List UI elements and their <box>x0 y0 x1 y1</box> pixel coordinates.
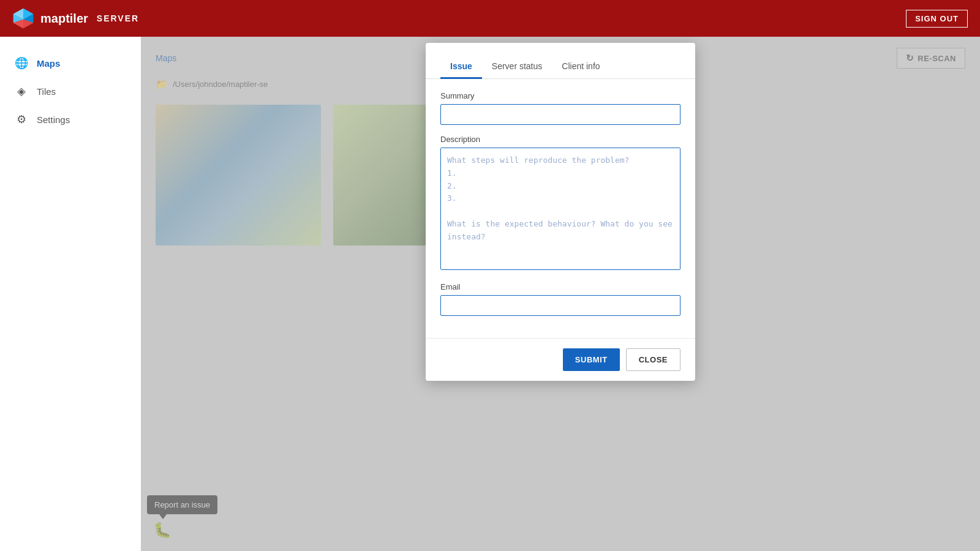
description-label: Description <box>440 135 680 144</box>
email-input[interactable] <box>440 295 680 316</box>
modal-body: Summary Description What steps will repr… <box>426 79 695 338</box>
modal-header: Issue Server status Client info <box>426 43 695 79</box>
sidebar-item-tiles[interactable]: ◈ Tiles <box>0 77 141 105</box>
description-group: Description What steps will reproduce th… <box>440 135 680 272</box>
tab-issue[interactable]: Issue <box>440 55 482 79</box>
globe-icon: 🌐 <box>15 56 28 70</box>
main-layout: 🌐 Maps ◈ Tiles ⚙ Settings Maps ↻ RE-SCAN… <box>0 37 980 551</box>
tab-client-info[interactable]: Client info <box>552 55 609 79</box>
close-button[interactable]: CLOSE <box>626 348 680 371</box>
modal-dialog: Issue Server status Client info Summary <box>426 43 695 381</box>
sidebar-item-maps[interactable]: 🌐 Maps <box>0 49 141 77</box>
sidebar: 🌐 Maps ◈ Tiles ⚙ Settings <box>0 37 141 551</box>
settings-icon: ⚙ <box>15 113 28 126</box>
sign-out-button[interactable]: SIGN OUT <box>906 10 968 28</box>
logo-server-text: SERVER <box>97 13 139 23</box>
modal-footer: SUBMIT CLOSE <box>426 338 695 381</box>
summary-label: Summary <box>440 91 680 100</box>
logo-text: maptiler <box>40 12 88 26</box>
tiles-icon: ◈ <box>15 84 28 98</box>
sidebar-item-tiles-label: Tiles <box>37 86 56 97</box>
email-label: Email <box>440 282 680 291</box>
email-group: Email <box>440 282 680 316</box>
logo-area: maptiler SERVER <box>12 7 139 29</box>
sidebar-item-settings[interactable]: ⚙ Settings <box>0 105 141 133</box>
sidebar-item-settings-label: Settings <box>37 114 70 125</box>
sidebar-item-maps-label: Maps <box>37 58 60 69</box>
logo-gem-icon <box>12 7 34 29</box>
summary-group: Summary <box>440 91 680 125</box>
header: maptiler SERVER SIGN OUT <box>0 0 980 37</box>
content-area: Maps ↻ RE-SCAN 📁 /Users/johndoe/maptiler… <box>141 37 980 551</box>
summary-input[interactable] <box>440 104 680 125</box>
submit-button[interactable]: SUBMIT <box>563 348 620 371</box>
modal-tabs: Issue Server status Client info <box>440 55 680 78</box>
description-textarea[interactable]: What steps will reproduce the problem? 1… <box>440 148 680 270</box>
modal-overlay: Issue Server status Client info Summary <box>141 37 980 551</box>
tab-server-status[interactable]: Server status <box>482 55 552 79</box>
